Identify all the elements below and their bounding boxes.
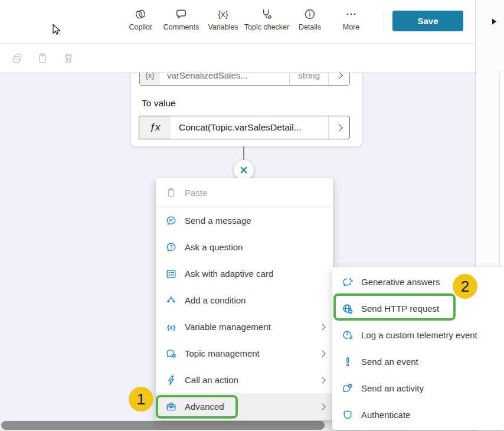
chevron-right-icon	[319, 324, 325, 330]
advanced-submenu: Generative answers Send HTTP request Log…	[332, 267, 504, 430]
node-connector-line	[243, 146, 244, 161]
submenu-item-label: Log a custom telemetry event	[361, 330, 501, 340]
paste-button[interactable]	[36, 52, 49, 67]
menu-item-label: Advanced	[185, 401, 312, 412]
chevron-right-icon	[335, 71, 343, 79]
delete-button[interactable]	[62, 52, 75, 67]
menu-item-label: Ask with adaptive card	[185, 269, 325, 279]
send-http-request-icon	[342, 303, 354, 315]
topic-checker-label: Topic checker	[244, 23, 289, 31]
send-event-icon	[342, 356, 354, 368]
expression-field[interactable]: ƒx Concat(Topic.varSalesDetail...	[139, 116, 350, 139]
save-button[interactable]: Save	[392, 11, 463, 31]
chevron-right-icon	[319, 403, 325, 410]
add-node-menu: Paste Send a message ? Ask a question	[156, 178, 333, 420]
details-label: Details	[299, 23, 321, 31]
adaptive-card-icon	[165, 268, 177, 280]
copilot-button[interactable]: Copilot	[123, 8, 158, 31]
svg-text:?: ?	[169, 244, 173, 250]
comments-icon	[175, 8, 188, 21]
menu-item-label: Send a message	[185, 216, 325, 226]
menu-item-label: Add a condition	[185, 295, 325, 305]
comments-label: Comments	[163, 23, 199, 31]
horizontal-scrollbar-thumb[interactable]	[1, 421, 325, 430]
close-add-node-button[interactable]	[234, 160, 254, 180]
menu-item-advanced[interactable]: Advanced	[156, 393, 333, 420]
menu-item-ask-a-question[interactable]: ? Ask a question	[156, 234, 333, 260]
submenu-item-label: Generative answers	[361, 277, 501, 287]
fx-chip: ƒx	[139, 116, 171, 139]
top-toolbar: Copilot Comments {x} Variables Topic che…	[0, 0, 475, 44]
right-triangle-icon	[491, 18, 498, 25]
annotation-step-1-badge: 1	[129, 387, 153, 412]
submenu-item-label: Authenticate	[361, 410, 501, 420]
menu-item-topic-management[interactable]: Topic management	[156, 340, 333, 367]
menu-item-label: Variable management	[185, 322, 312, 332]
expression-value: Concat(Topic.varSalesDetail...	[171, 122, 328, 133]
menu-item-ask-with-adaptive-card[interactable]: Ask with adaptive card	[156, 260, 333, 287]
submenu-item-send-an-event[interactable]: Send an event	[332, 348, 504, 375]
annotation-step-2-badge: 2	[453, 274, 477, 299]
generative-answers-icon	[342, 276, 354, 288]
menu-item-variable-management[interactable]: {x} Variable management	[156, 314, 333, 340]
topic-checker-button[interactable]: Topic checker	[243, 8, 290, 31]
submenu-item-log-custom-telemetry-event[interactable]: Log a custom telemetry event	[332, 322, 504, 348]
telemetry-event-icon	[342, 329, 354, 341]
menu-item-call-an-action[interactable]: Call an action	[156, 367, 333, 393]
submenu-item-send-http-request[interactable]: Send HTTP request	[332, 295, 504, 322]
submenu-item-send-an-activity[interactable]: Send an activity	[332, 375, 504, 401]
chevron-right-icon	[319, 350, 325, 357]
chevron-right-icon	[319, 377, 325, 383]
copy-icon	[11, 52, 24, 65]
variable-management-icon: {x}	[165, 321, 177, 333]
comments-button[interactable]: Comments	[161, 8, 202, 31]
copilot-label: Copilot	[129, 23, 152, 31]
send-activity-icon	[342, 383, 354, 394]
copilot-icon	[134, 8, 147, 21]
authenticate-shield-icon	[342, 409, 354, 421]
expression-open-button[interactable]	[328, 116, 349, 139]
advanced-toolbox-icon	[165, 401, 177, 413]
topic-checker-icon	[260, 8, 273, 21]
svg-text:{x}: {x}	[167, 323, 175, 330]
menu-item-label: Ask a question	[185, 242, 325, 252]
menu-item-send-a-message[interactable]: Send a message	[156, 207, 333, 234]
close-icon	[239, 165, 248, 175]
details-button[interactable]: Details	[292, 8, 328, 31]
variables-icon: {x}	[218, 8, 228, 21]
details-icon	[303, 8, 316, 21]
toolbar-separator	[384, 11, 384, 32]
copilot-studio-editor: {x} varSerializedSales... string To valu…	[0, 0, 504, 431]
more-button[interactable]: More	[333, 8, 369, 31]
variables-label: Variables	[208, 23, 238, 31]
variables-button[interactable]: {x} Variables	[205, 8, 241, 31]
submenu-item-label: Send an activity	[361, 383, 501, 393]
ask-question-icon: ?	[165, 241, 177, 253]
menu-item-add-a-condition[interactable]: Add a condition	[156, 287, 333, 314]
menu-item-paste[interactable]: Paste	[156, 178, 333, 207]
expand-panel-button[interactable]	[491, 17, 498, 28]
copy-button[interactable]	[11, 52, 24, 67]
edit-toolbar	[0, 44, 475, 73]
submenu-item-label: Send HTTP request	[361, 303, 501, 314]
submenu-item-generative-answers[interactable]: Generative answers	[332, 269, 504, 295]
paste-icon	[36, 52, 49, 65]
chevron-right-icon	[335, 124, 343, 132]
trash-icon	[62, 52, 75, 65]
send-message-icon	[165, 215, 177, 227]
to-value-label: To value	[142, 98, 176, 109]
call-action-icon	[165, 374, 177, 386]
menu-item-label: Topic management	[185, 348, 312, 358]
more-label: More	[343, 23, 359, 31]
submenu-item-authenticate[interactable]: Authenticate	[332, 401, 504, 428]
submenu-item-label: Send an event	[361, 357, 501, 367]
menu-item-label: Call an action	[185, 375, 312, 385]
condition-branch-icon	[165, 295, 177, 306]
menu-item-label: Paste	[185, 188, 325, 198]
topic-management-icon	[165, 348, 177, 360]
paste-icon	[165, 187, 177, 198]
more-icon	[345, 8, 358, 21]
